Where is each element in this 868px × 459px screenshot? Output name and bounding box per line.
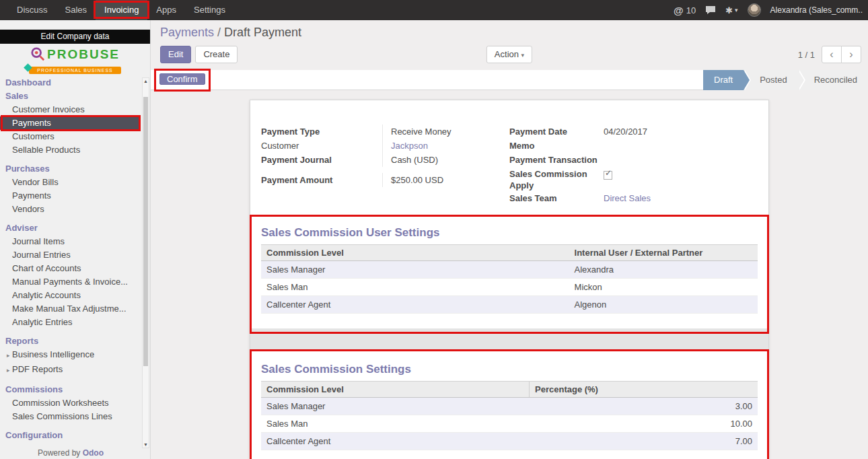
payment-journal-label: Payment Journal xyxy=(261,153,382,167)
table-header-row: Commission Level Internal User / Externa… xyxy=(261,245,758,261)
activities-count: 10 xyxy=(686,5,696,15)
table-row[interactable]: Sales Man 10.00 xyxy=(261,415,758,433)
customer-value-link[interactable]: Jackpson xyxy=(382,139,509,153)
table-row[interactable]: Callcenter Agent Algenon xyxy=(261,296,758,314)
column-header-percentage[interactable]: Percentage (%) xyxy=(530,382,758,398)
column-header-commission-level[interactable]: Commission Level xyxy=(261,382,530,398)
status-step-draft[interactable]: Draft xyxy=(703,70,744,90)
column-header-internal-user[interactable]: Internal User / External Partner xyxy=(569,245,758,261)
brand-name: PROBUSE xyxy=(47,47,120,62)
section-separator xyxy=(250,328,768,351)
breadcrumb-payments-link[interactable]: Payments xyxy=(160,26,214,39)
debug-icon: ✱ xyxy=(725,5,733,15)
sidebar-item-manual-payments[interactable]: Manual Payments & Invoice... xyxy=(0,275,150,289)
company-logo: PROBUSE PROFESSIONAL BUSINESS xyxy=(0,45,150,75)
odoo-brand: Odoo xyxy=(83,448,104,458)
sidebar-item-customers[interactable]: Customers xyxy=(0,130,150,143)
action-label: Action xyxy=(495,49,519,59)
sales-commission-apply-checkbox[interactable]: ✓ xyxy=(604,171,612,180)
table-row[interactable]: Sales Manager Alexandra xyxy=(261,261,758,279)
sidebar-section-dashboard[interactable]: Dashboard xyxy=(0,76,150,90)
confirm-button[interactable]: Confirm xyxy=(159,73,205,85)
sidebar-section-commissions[interactable]: Commissions xyxy=(0,383,150,396)
commission-level-cell: Sales Man xyxy=(261,415,530,433)
status-bar: Confirm Draft Posted Reconciled xyxy=(151,70,868,90)
activities-counter[interactable]: @ 10 xyxy=(674,5,696,16)
payment-type-label: Payment Type xyxy=(261,125,382,139)
nav-item-sales[interactable]: Sales xyxy=(57,0,96,20)
main-area: Payments/Draft Payment Edit Create Actio… xyxy=(151,20,868,459)
sidebar-item-chart-of-accounts[interactable]: Chart of Accounts xyxy=(0,262,150,275)
confirm-button-wrap: Confirm xyxy=(159,72,205,87)
percentage-cell: 7.00 xyxy=(530,433,758,450)
commission-level-cell: Sales Man xyxy=(261,279,569,296)
sidebar-item-pdf-reports[interactable]: ▸PDF Reports xyxy=(0,363,150,378)
pager-next-button[interactable]: › xyxy=(841,46,861,63)
nav-item-discuss[interactable]: Discuss xyxy=(8,0,57,20)
check-icon: ✓ xyxy=(605,169,612,178)
payment-date-label: Payment Date xyxy=(509,125,604,139)
commission-user-settings-section: Sales Commission User Settings Commissio… xyxy=(261,225,758,314)
create-button[interactable]: Create xyxy=(195,46,238,63)
sidebar-section-configuration[interactable]: Configuration xyxy=(0,429,150,442)
sidebar-item-commission-worksheets[interactable]: Commission Worksheets xyxy=(0,396,150,410)
sidebar-item-vendors[interactable]: Vendors xyxy=(0,203,150,216)
scroll-up-icon[interactable]: ▲ xyxy=(143,79,149,83)
messages-icon[interactable] xyxy=(705,5,716,15)
edit-button[interactable]: Edit xyxy=(160,46,191,63)
column-header-commission-level[interactable]: Commission Level xyxy=(261,245,569,261)
nav-item-settings[interactable]: Settings xyxy=(185,0,234,20)
sidebar-item-customer-invoices[interactable]: Customer Invoices xyxy=(0,103,150,116)
scroll-down-icon[interactable]: ▼ xyxy=(143,442,149,447)
user-cell: Mickon xyxy=(569,279,758,296)
expand-caret-icon: ▸ xyxy=(7,365,12,376)
payment-transaction-label: Payment Transaction xyxy=(509,153,604,167)
sidebar-item-payments-purchases[interactable]: Payments xyxy=(0,189,150,203)
table-row[interactable]: Callcenter Agent 7.00 xyxy=(261,433,758,450)
sidebar-section-adviser[interactable]: Adviser xyxy=(0,221,150,235)
user-menu[interactable]: Alexandra (Sales_comm.. xyxy=(770,5,863,15)
nav-item-invoicing[interactable]: Invoicing xyxy=(96,0,147,20)
chevron-down-icon: ▾ xyxy=(735,7,738,13)
sales-team-value-link[interactable]: Direct Sales xyxy=(604,191,758,205)
nav-item-apps[interactable]: Apps xyxy=(147,0,185,20)
sidebar-item-manual-tax-adjustments[interactable]: Make Manual Tax Adjustme... xyxy=(0,302,150,316)
sidebar-section-reports[interactable]: Reports xyxy=(0,334,150,348)
percentage-cell: 3.00 xyxy=(530,398,758,415)
status-step-posted[interactable]: Posted xyxy=(744,70,797,90)
pager-previous-button[interactable]: ‹ xyxy=(822,46,842,63)
sidebar-item-business-intelligence[interactable]: ▸Business Intelligence xyxy=(0,348,150,363)
pager-value: 1 / 1 xyxy=(798,50,815,60)
sidebar-item-label: PDF Reports xyxy=(12,364,63,374)
commission-settings-table: Commission Level Percentage (%) Sales Ma… xyxy=(261,381,758,450)
action-dropdown-button[interactable]: Action ▾ xyxy=(486,46,532,63)
percentage-cell: 10.00 xyxy=(530,415,758,433)
sidebar-item-journal-entries[interactable]: Journal Entries xyxy=(0,248,150,262)
user-avatar[interactable] xyxy=(748,3,761,17)
sidebar-item-sales-commissions-lines[interactable]: Sales Commissions Lines xyxy=(0,410,150,423)
sidebar-item-analytic-entries[interactable]: Analytic Entries xyxy=(0,316,150,329)
status-step-reconciled[interactable]: Reconciled xyxy=(798,70,868,90)
sidebar-item-journal-items[interactable]: Journal Items xyxy=(0,235,150,248)
payment-amount-value: $250.00 USD xyxy=(382,173,509,187)
top-nav: Discuss Sales Invoicing Apps Settings @ … xyxy=(0,0,868,20)
debug-menu[interactable]: ✱ ▾ xyxy=(725,5,737,15)
table-row[interactable]: Sales Manager 3.00 xyxy=(261,398,758,415)
sidebar-item-label: Business Intelligence xyxy=(12,349,94,359)
sidebar-section-sales[interactable]: Sales xyxy=(0,90,150,103)
sidebar-item-payments[interactable]: Payments xyxy=(0,116,141,130)
sidebar-item-analytic-accounts[interactable]: Analytic Accounts xyxy=(0,289,150,302)
pager: 1 / 1 ‹ › xyxy=(798,46,861,63)
edit-company-data-button[interactable]: Edit Company data xyxy=(0,30,150,44)
nav-right-group: @ 10 ✱ ▾ Alexandra (Sales_comm.. xyxy=(674,0,868,20)
powered-by-odoo[interactable]: Powered by Odoo xyxy=(0,448,141,458)
sidebar-item-vendor-bills[interactable]: Vendor Bills xyxy=(0,176,150,189)
table-row[interactable]: Sales Man Mickon xyxy=(261,279,758,296)
sidebar-scrollbar[interactable]: ▲ ▼ xyxy=(142,77,149,448)
scrollbar-thumb[interactable] xyxy=(143,97,148,366)
payment-journal-value: Cash (USD) xyxy=(382,153,509,167)
customer-label: Customer xyxy=(261,139,382,153)
sidebar-section-purchases[interactable]: Purchases xyxy=(0,162,150,176)
user-settings-section-title: Sales Commission User Settings xyxy=(261,225,758,240)
sidebar-item-sellable-products[interactable]: Sellable Products xyxy=(0,143,150,157)
